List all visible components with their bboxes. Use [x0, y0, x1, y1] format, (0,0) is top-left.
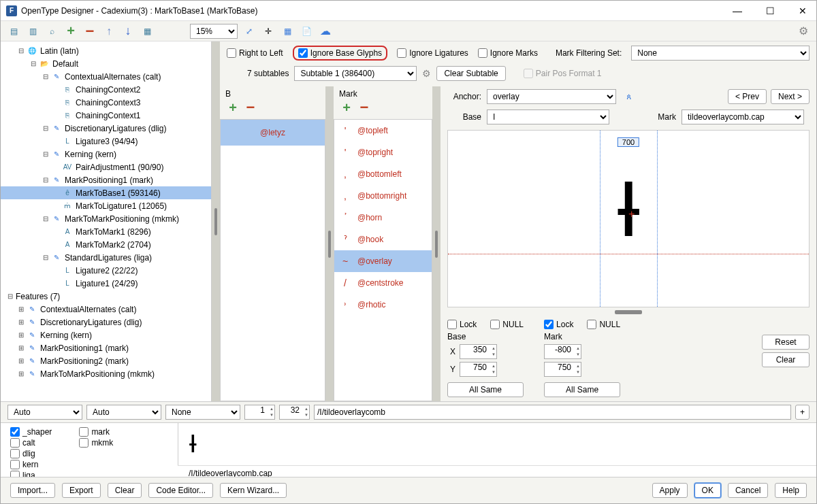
- grid-icon[interactable]: ▦: [280, 24, 295, 39]
- chk-dlig[interactable]: dlig: [10, 449, 52, 458]
- subtable-settings-icon[interactable]: ⚙: [422, 68, 431, 79]
- ignore-base-checkbox[interactable]: Ignore Base Glyphs: [298, 48, 382, 58]
- add-button[interactable]: +: [63, 24, 78, 39]
- num1-input[interactable]: 1: [244, 405, 275, 420]
- mark-item[interactable]: ˀ@hook: [334, 229, 432, 250]
- tree-dlig[interactable]: DiscretionaryLigatures (dlig): [65, 124, 166, 133]
- col-b-remove-button[interactable]: −: [243, 100, 258, 115]
- clear-button[interactable]: Clear: [108, 483, 142, 498]
- tree-pair1[interactable]: PairAdjustment1 (90/90): [76, 163, 163, 172]
- reset-button[interactable]: Reset: [762, 335, 810, 350]
- lock-base-checkbox[interactable]: Lock: [447, 320, 477, 329]
- prev-button[interactable]: < Prev: [728, 89, 767, 104]
- tool-3-icon[interactable]: ⌕: [44, 24, 59, 39]
- minimize-button[interactable]: —: [729, 5, 746, 16]
- tree-kern[interactable]: Kerning (kern): [65, 150, 116, 159]
- tree-f-calt[interactable]: ContextualAlternates (calt): [40, 305, 136, 314]
- splitter-left[interactable]: [212, 41, 220, 401]
- kern-wizard-button[interactable]: Kern Wizard...: [220, 483, 287, 498]
- mark-item[interactable]: ,@bottomleft: [334, 163, 432, 185]
- tree-lig1b[interactable]: Ligature1 (24/29): [76, 279, 138, 288]
- tree-cc1[interactable]: ChainingContext1: [76, 111, 140, 120]
- maximize-button[interactable]: ☐: [762, 5, 778, 16]
- tree-f-mp2[interactable]: MarkPositioning2 (mark): [40, 356, 129, 366]
- chk-shaper[interactable]: _shaper: [10, 427, 52, 437]
- none-select[interactable]: None: [165, 405, 240, 420]
- mark-item[interactable]: ˒@rhotic: [334, 294, 432, 316]
- apply-button[interactable]: Apply: [652, 483, 688, 498]
- tree-f-mmk[interactable]: MarkToMarkPositioning (mkmk): [40, 369, 155, 379]
- base-item[interactable]: @letyz: [221, 120, 325, 146]
- mark-item[interactable]: ,@bottomright: [334, 185, 432, 207]
- move-down-button[interactable]: ↓: [121, 24, 135, 39]
- add-text-button[interactable]: +: [795, 405, 810, 420]
- target-icon[interactable]: ✛: [261, 24, 276, 39]
- tree-latin[interactable]: Latin (latn): [40, 46, 79, 56]
- lock-mark-checkbox[interactable]: Lock: [544, 320, 573, 329]
- tree-features[interactable]: Features (7): [16, 292, 60, 301]
- mark-item[interactable]: ~@overlay: [334, 250, 432, 272]
- tree-cc2[interactable]: ChainingContext2: [76, 85, 140, 95]
- clear-coords-button[interactable]: Clear: [762, 352, 810, 367]
- import-button[interactable]: Import...: [10, 483, 55, 498]
- anchor-select[interactable]: overlay: [487, 89, 616, 104]
- null-base-checkbox[interactable]: NULL: [490, 320, 524, 329]
- chk-mkmk[interactable]: mkmk: [79, 438, 113, 448]
- mfs-select[interactable]: None: [631, 46, 810, 61]
- move-up-button[interactable]: ↑: [101, 24, 116, 39]
- tree-lig2b[interactable]: Ligature2 (22/22): [76, 266, 138, 275]
- anchor-tool-icon[interactable]: ጰ: [622, 89, 637, 104]
- tree-calt[interactable]: ContextualAlternates (calt): [65, 72, 161, 82]
- mark-item[interactable]: /@centstroke: [334, 272, 432, 294]
- glyph-preview[interactable]: 700 Ɨ +: [447, 130, 810, 307]
- remove-button[interactable]: −: [82, 24, 97, 39]
- tree-f-kern[interactable]: Kerning (kern): [40, 331, 92, 340]
- col-m-add-button[interactable]: +: [339, 100, 354, 115]
- feature-tree[interactable]: ⊟🌐Latin (latn) ⊟📂Default ⊟✎ContextualAlt…: [1, 41, 212, 401]
- null-mark-checkbox[interactable]: NULL: [587, 320, 620, 329]
- export-button[interactable]: Export: [62, 483, 101, 498]
- tree-default[interactable]: Default: [52, 59, 78, 69]
- tree-liga[interactable]: StandardLigatures (liga): [65, 253, 152, 263]
- splitter-b[interactable]: [325, 86, 334, 401]
- mark-allsame-button[interactable]: All Same: [544, 382, 620, 397]
- ignore-marks-checkbox[interactable]: Ignore Marks: [478, 48, 538, 58]
- base-allsame-button[interactable]: All Same: [447, 382, 524, 397]
- tree-f-mp1[interactable]: MarkPositioning1 (mark): [40, 343, 129, 353]
- tool-2-icon[interactable]: ▥: [25, 24, 40, 39]
- tree-mm2[interactable]: MarkToMark2 (2704): [76, 240, 151, 250]
- rtl-checkbox[interactable]: Right to Left: [227, 48, 283, 58]
- base-list[interactable]: @letyz: [220, 119, 325, 401]
- col-b-add-button[interactable]: +: [225, 100, 240, 115]
- fit-icon[interactable]: ⤢: [242, 24, 257, 39]
- num2-input[interactable]: 32: [279, 405, 310, 420]
- tool-4-icon[interactable]: ▦: [140, 24, 155, 39]
- chk-kern[interactable]: kern: [10, 460, 52, 469]
- mark-item[interactable]: ᾿@horn: [334, 207, 432, 229]
- cancel-button[interactable]: Cancel: [728, 483, 768, 498]
- help-button[interactable]: Help: [775, 483, 807, 498]
- preview-splitter[interactable]: [615, 310, 642, 314]
- tree-f-dlig[interactable]: DiscretionaryLigatures (dlig): [40, 318, 142, 327]
- zoom-select[interactable]: 15%: [190, 24, 238, 39]
- close-button[interactable]: ✕: [795, 5, 811, 16]
- ok-button[interactable]: OK: [694, 483, 721, 498]
- base-x-input[interactable]: 350: [460, 344, 497, 359]
- col-m-remove-button[interactable]: −: [357, 100, 372, 115]
- clear-subtable-button[interactable]: Clear Subtable: [436, 66, 505, 81]
- auto1-select[interactable]: Auto: [7, 405, 82, 420]
- next-button[interactable]: Next >: [771, 89, 810, 104]
- tree-mtb1[interactable]: MarkToBase1 (593146): [76, 188, 161, 198]
- auto2-select[interactable]: Auto: [86, 405, 161, 420]
- mark-item[interactable]: '@topleft: [334, 120, 432, 141]
- tree-cc3[interactable]: ChainingContext3: [76, 98, 140, 107]
- mark-y-input[interactable]: 750: [544, 362, 581, 377]
- cloud-icon[interactable]: ☁: [318, 24, 333, 39]
- chk-calt[interactable]: calt: [10, 438, 52, 448]
- ignore-lig-checkbox[interactable]: Ignore Ligatures: [397, 48, 468, 58]
- tree-mm1[interactable]: MarkToMark1 (8296): [76, 227, 151, 237]
- code-editor-button[interactable]: Code Editor...: [148, 483, 213, 498]
- text-input[interactable]: [314, 405, 791, 420]
- mark-select[interactable]: tildeoverlaycomb.cap: [682, 110, 804, 124]
- base-select[interactable]: I: [487, 110, 609, 124]
